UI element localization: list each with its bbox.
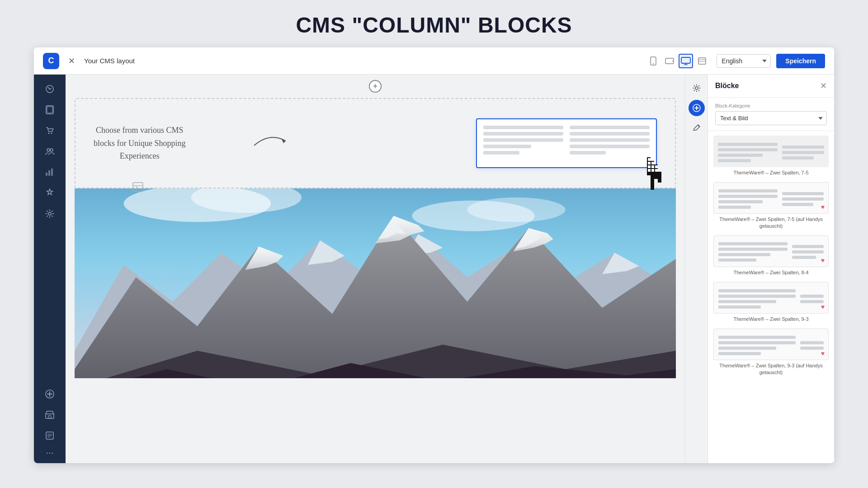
save-button[interactable]: Speichern [776, 54, 825, 68]
layout-toggle-icon[interactable] [132, 182, 143, 195]
svg-rect-4 [681, 57, 690, 63]
block-item-1[interactable]: ♥ ThemeWare® – Zwei Spalten, 7-5 (auf Ha… [713, 182, 829, 229]
bp-line [782, 203, 813, 206]
svg-rect-11 [47, 107, 52, 113]
bp-line [792, 256, 816, 259]
preview-line-r5 [570, 151, 606, 155]
heart-icon-4[interactable]: ♥ [821, 350, 825, 357]
right-tool-strip [685, 75, 708, 463]
mountain-image [75, 188, 676, 378]
block-item-4[interactable]: ♥ ThemeWare® – Zwei Spalten, 9-3 (auf Ha… [713, 328, 829, 375]
bp-line [718, 242, 788, 245]
heart-icon-3[interactable]: ♥ [821, 303, 825, 310]
svg-rect-18 [51, 169, 53, 176]
bp-line [718, 341, 796, 344]
preview-line-5 [483, 151, 519, 155]
sidebar-item-reports[interactable] [41, 427, 59, 445]
bp-line [782, 145, 824, 149]
bp-line [782, 156, 813, 160]
svg-point-15 [50, 149, 53, 151]
add-block-tool-icon[interactable] [689, 100, 705, 116]
svg-point-9 [49, 89, 51, 90]
page-title: CMS "COLUMN" BLOCKS [0, 13, 868, 38]
bp-line [718, 300, 776, 303]
block-item-2[interactable]: ♥ ThemeWare® – Zwei Spalten, 8-4 [713, 235, 829, 276]
sidebar-item-marketing[interactable] [41, 163, 59, 181]
cms-window: C ✕ Your CMS layout English Deutsch Fran… [34, 47, 834, 463]
svg-point-19 [48, 212, 51, 215]
svg-point-64 [467, 197, 566, 222]
heart-icon-1[interactable]: ♥ [821, 203, 825, 211]
sidebar-more-icon[interactable]: ··· [46, 447, 54, 458]
canvas-content: Choose from various CMS blocks for Uniqu… [66, 94, 685, 378]
block-item-3[interactable]: ♥ ThemeWare® – Zwei Spalten, 9-3 [713, 282, 829, 322]
preview-line-r4 [570, 145, 650, 148]
list-device-button[interactable] [695, 54, 709, 68]
image-block [75, 188, 676, 378]
preview-right-column [570, 126, 650, 161]
logo: C [43, 53, 59, 69]
device-switcher [646, 54, 709, 68]
bp-line [718, 253, 770, 256]
bp-line [782, 197, 824, 201]
svg-rect-53 [648, 165, 651, 168]
sidebar-item-promotions[interactable] [41, 184, 59, 202]
sidebar-item-store[interactable] [41, 406, 59, 424]
sidebar-item-customers[interactable] [41, 142, 59, 160]
bp-line [718, 352, 761, 355]
bp-line [718, 148, 778, 151]
sidebar-item-pages[interactable] [41, 101, 59, 119]
blocks-list: ThemeWare® – Zwei Spalten, 7-5 [708, 131, 834, 463]
block-item-0[interactable]: ThemeWare® – Zwei Spalten, 7-5 [713, 136, 829, 176]
cursor-icon [642, 157, 670, 190]
bp-line [800, 341, 824, 344]
canvas-area: + Choose from various CMS blocks for Uni… [66, 75, 685, 463]
svg-rect-57 [651, 169, 654, 172]
svg-point-14 [47, 149, 50, 151]
preview-line-3 [483, 138, 563, 142]
svg-rect-55 [651, 162, 654, 164]
bp-line [782, 192, 824, 195]
blocks-panel-filter: Block-Kategorie Text & Bild Alle Bilder … [708, 98, 834, 131]
preview-line-1 [483, 126, 563, 129]
settings-tool-icon[interactable] [689, 80, 705, 96]
edit-tool-icon[interactable] [689, 120, 705, 136]
block-col-right-3 [800, 295, 824, 303]
svg-rect-27 [133, 183, 143, 192]
tablet-device-button[interactable] [662, 54, 677, 68]
svg-rect-49 [651, 183, 654, 186]
blocks-panel-header: Blöcke ✕ [708, 75, 834, 98]
block-category-select[interactable]: Text & Bild Alle Bilder Text [715, 111, 827, 125]
svg-rect-54 [648, 169, 651, 172]
sidebar-item-add[interactable] [41, 385, 59, 403]
svg-rect-42 [654, 172, 658, 175]
mobile-device-button[interactable] [646, 54, 660, 68]
bp-line [718, 289, 796, 292]
svg-rect-22 [48, 416, 51, 418]
preview-line-2 [483, 132, 563, 136]
sidebar-item-settings[interactable] [41, 205, 59, 223]
block-label-2: ThemeWare® – Zwei Spalten, 8-4 [713, 269, 829, 276]
sidebar-item-dashboard[interactable] [41, 80, 59, 98]
block-label-4: ThemeWare® – Zwei Spalten, 9-3 (auf Hand… [713, 362, 829, 375]
bp-line [718, 200, 763, 203]
bp-line [800, 347, 824, 350]
svg-rect-51 [648, 158, 651, 161]
topbar-right: English Deutsch Français Speichern [717, 54, 825, 68]
svg-point-78 [695, 87, 698, 89]
svg-rect-52 [648, 162, 651, 164]
add-block-button[interactable]: + [369, 80, 382, 93]
close-button[interactable]: ✕ [66, 54, 77, 68]
language-select[interactable]: English Deutsch Français [717, 54, 771, 68]
svg-rect-17 [48, 170, 50, 176]
bp-line [718, 195, 778, 198]
blocks-panel-close-button[interactable]: ✕ [820, 81, 827, 91]
block-col-left-2 [718, 242, 788, 262]
sidebar-item-shopping[interactable] [41, 122, 59, 140]
desktop-device-button[interactable] [679, 54, 693, 68]
heart-icon-2[interactable]: ♥ [821, 257, 825, 264]
svg-point-12 [48, 133, 50, 134]
bp-line [718, 258, 756, 262]
block-label-0: ThemeWare® – Zwei Spalten, 7-5 [713, 169, 829, 176]
text-block-selected[interactable]: Choose from various CMS blocks for Uniqu… [75, 98, 676, 188]
